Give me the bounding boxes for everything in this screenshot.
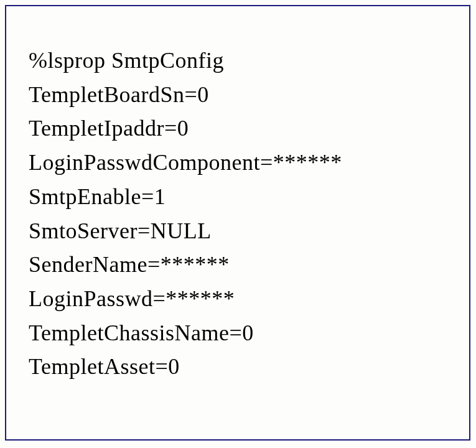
terminal-output-box: %lsprop SmtpConfig TempletBoardSn=0 Temp… — [5, 5, 470, 441]
output-line: TempletBoardSn=0 — [29, 78, 447, 112]
command-line: %lsprop SmtpConfig — [29, 44, 447, 78]
output-line: SenderName=****** — [29, 248, 447, 282]
output-line: TempletAsset=0 — [29, 350, 447, 384]
output-line: SmtoServer=NULL — [29, 214, 447, 248]
output-line: LoginPasswdComponent=****** — [29, 146, 447, 180]
output-line: LoginPasswd=****** — [29, 282, 447, 316]
output-line: TempletChassisName=0 — [29, 316, 447, 350]
output-line: SmtpEnable=1 — [29, 180, 447, 214]
output-line: TempletIpaddr=0 — [29, 111, 447, 146]
